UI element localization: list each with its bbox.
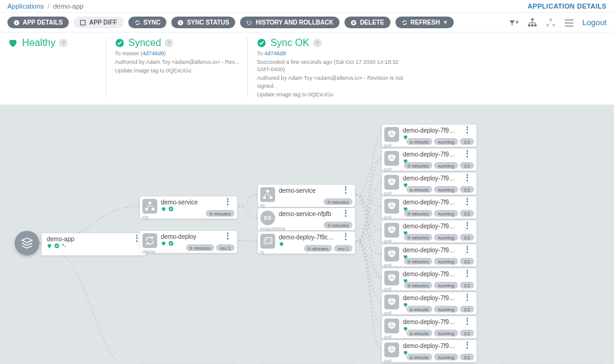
node-menu-icon[interactable]: ⋮ (462, 175, 473, 180)
node-menu-icon[interactable]: ⋮ (462, 151, 473, 156)
app-root-node[interactable]: demo-app ⋮ (42, 233, 146, 255)
node-menu-icon[interactable]: ⋮ (340, 187, 351, 192)
list-view-icon[interactable] (564, 17, 575, 28)
heart-icon (47, 243, 52, 249)
application-details-link[interactable]: APPLICATION DETAILS (527, 2, 607, 10)
toolbar: APP DETAILS APP DIFF SYNC SYNC STATUS HI… (0, 12, 614, 33)
svg-rect-16 (565, 22, 573, 24)
node-menu-icon[interactable]: ⋮ (462, 247, 473, 252)
node-menu-icon[interactable]: ⋮ (222, 233, 233, 238)
check-circle-icon (115, 38, 125, 48)
pod-node[interactable]: demo-deploy-7f9c5bdb85-62gg4⋮poda minute… (382, 125, 476, 147)
check-circle-icon (257, 38, 266, 48)
pod-node[interactable]: demo-deploy-7f9c5bdb85-qsnbf⋮poda minute… (382, 292, 476, 314)
pod-icon (384, 343, 399, 357)
endpointslice-node[interactable]: ES demo-service-nfpfb ⋮ endpointslice 9 … (258, 208, 355, 230)
heart-icon (161, 206, 166, 212)
delete-icon (351, 20, 357, 26)
svg-rect-8 (531, 18, 534, 20)
pod-node[interactable]: demo-deploy-7f9c5bdb85-h4jnm⋮pod9 minute… (382, 196, 476, 219)
svg-rect-29 (270, 196, 273, 199)
node-menu-icon[interactable]: ⋮ (222, 199, 233, 204)
svg-rect-22 (146, 208, 149, 211)
syncok-time: Succeeded a few seconds ago (Sat Oct 17 … (257, 58, 410, 73)
service-node[interactable]: demo-service ⋮ svc 9 minutes (140, 196, 237, 219)
syncok-revision: To 4d746d9 (257, 50, 410, 57)
pod-icon (384, 319, 399, 333)
node-menu-icon[interactable]: ⋮ (462, 319, 473, 323)
replicaset-node[interactable]: demo-deploy-7f9c5bdb85 ⋮ rs 9 minutesrev… (258, 231, 355, 254)
svg-rect-10 (531, 25, 534, 26)
refresh-icon (402, 20, 408, 26)
app-details-button[interactable]: APP DETAILS (7, 17, 69, 28)
pod-icon (384, 247, 399, 261)
svg-rect-3 (80, 20, 85, 25)
network-view-icon[interactable] (545, 17, 556, 28)
help-icon[interactable]: ? (313, 39, 322, 47)
delete-button[interactable]: DELETE (344, 17, 390, 28)
diff-icon (80, 20, 86, 26)
svg-rect-11 (534, 25, 537, 26)
check-circle-icon (54, 243, 60, 249)
pod-node[interactable]: demo-deploy-7f9c5bdb85-q9n6d⋮pod9 minute… (382, 244, 476, 266)
node-menu-icon[interactable]: ⋮ (462, 127, 473, 132)
heart-icon (7, 37, 18, 48)
svg-rect-21 (149, 201, 152, 204)
resource-tree[interactable]: demo-app ⋮ demo-service ⋮ svc 9 minutes … (0, 105, 614, 364)
svg-rect-1 (16, 22, 17, 24)
svg-point-12 (550, 18, 552, 21)
check-circle-icon (168, 241, 174, 246)
pod-icon (384, 223, 399, 238)
heart-icon (161, 241, 166, 246)
svg-rect-30 (264, 239, 271, 244)
pod-node[interactable]: demo-deploy-7f9c5bdb85-d59h9⋮poda minute… (382, 172, 476, 195)
breadcrumb-current: demo-app (53, 2, 84, 10)
pod-node[interactable]: demo-deploy-7f9c5bdb85-snkrb⋮poda minute… (382, 340, 476, 362)
svg-rect-5 (181, 22, 181, 24)
sync-status-button[interactable]: SYNC STATUS (171, 17, 235, 28)
pod-node[interactable]: demo-deploy-7f9c5bdb85-pq6q6⋮pod9 minute… (382, 220, 476, 242)
node-menu-icon[interactable]: ⋮ (462, 295, 473, 300)
node-menu-icon[interactable]: ⋮ (462, 271, 473, 276)
history-rollback-button[interactable]: HISTORY AND ROLLBACK (240, 17, 340, 28)
svg-rect-15 (565, 19, 573, 21)
help-icon[interactable]: ? (59, 39, 68, 47)
health-status: Healthy ? (7, 37, 97, 48)
sync-button[interactable]: SYNC (128, 17, 167, 28)
breadcrumb-sep: / (47, 2, 49, 10)
chevron-down-icon: ▼ (443, 20, 448, 25)
pod-icon (384, 175, 399, 190)
svg-rect-2 (16, 21, 17, 21)
node-menu-icon[interactable]: ⋮ (462, 223, 473, 228)
node-menu-icon[interactable]: ⋮ (340, 211, 351, 215)
refresh-button[interactable]: REFRESH▼ (395, 17, 454, 28)
svg-rect-9 (528, 25, 530, 26)
external-link-icon (61, 243, 67, 249)
replicaset-icon (260, 234, 275, 249)
endpointslice-icon: ES (260, 211, 275, 225)
breadcrumb-applications[interactable]: Applications (7, 2, 44, 10)
heart-icon (279, 241, 284, 247)
info-icon (14, 20, 20, 26)
sync-icon (134, 20, 141, 26)
pod-icon (384, 199, 399, 214)
check-circle-icon (168, 206, 174, 212)
tree-view-icon[interactable] (527, 17, 538, 28)
node-menu-icon[interactable]: ⋮ (462, 343, 473, 347)
svg-rect-27 (266, 190, 270, 192)
pod-node[interactable]: demo-deploy-7f9c5bdb85-qn6p7⋮pod9 minute… (382, 268, 476, 290)
deployment-node[interactable]: demo-deploy ⋮ deploy 9 minutesrev:1 (140, 231, 237, 253)
pod-node[interactable]: demo-deploy-7f9c5bdb85-r884g⋮poda minute… (382, 316, 476, 338)
pod-icon (384, 271, 399, 285)
pod-node[interactable]: demo-deploy-7f9c5bdb85-bwxr2⋮pod9 minute… (382, 149, 476, 171)
node-menu-icon[interactable]: ⋮ (462, 199, 473, 204)
app-diff-button[interactable]: APP DIFF (74, 17, 123, 28)
endpoint-icon (260, 187, 275, 202)
help-icon[interactable]: ? (165, 39, 173, 47)
sync-status-title: Synced ? (115, 37, 239, 48)
endpoint-node[interactable]: demo-service ⋮ ep 9 minutes (258, 185, 355, 207)
filter-icon[interactable]: ▼ (508, 17, 519, 28)
logout-link[interactable]: Logout (582, 18, 607, 27)
history-icon (246, 20, 252, 26)
node-menu-icon[interactable]: ⋮ (340, 234, 351, 239)
